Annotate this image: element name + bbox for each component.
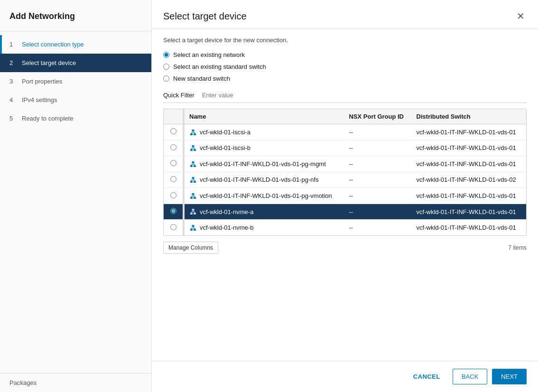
step-num-3: 3 xyxy=(9,78,17,85)
row-radio-6[interactable] xyxy=(170,224,176,230)
row-nsx: -- xyxy=(344,204,411,220)
row-radio-cell[interactable] xyxy=(164,140,183,156)
step-label-5: Ready to complete xyxy=(22,115,73,122)
row-name: vcf-wkld-01-iscsi-b xyxy=(185,140,344,156)
row-nsx: -- xyxy=(344,156,411,172)
col-select xyxy=(164,109,183,124)
step-label-3: Port properties xyxy=(22,78,62,85)
row-name: vcf-wkld-01-iscsi-a xyxy=(185,124,344,140)
table-row[interactable]: vcf-wkld-01-IT-INF-WKLD-01-vds-01-pg-nfs… xyxy=(164,172,526,188)
svg-rect-22 xyxy=(194,181,196,183)
sidebar: Add Networking 1 Select connection type … xyxy=(0,0,152,392)
row-nsx: -- xyxy=(344,172,411,188)
row-radio-cell[interactable] xyxy=(164,188,183,204)
next-button[interactable]: NEXT xyxy=(492,369,527,384)
close-button[interactable]: ✕ xyxy=(515,9,527,23)
row-radio-4[interactable] xyxy=(170,192,176,198)
svg-rect-43 xyxy=(194,229,196,231)
col-name: Name xyxy=(185,109,344,124)
table-row[interactable]: vcf-wkld-01-IT-INF-WKLD-01-vds-01-pg-mgm… xyxy=(164,156,526,172)
sidebar-bottom: Packages xyxy=(0,373,151,392)
radio-group: Select an existing network Select an exi… xyxy=(163,51,527,82)
svg-rect-44 xyxy=(192,225,195,227)
col-nsx: NSX Port Group ID xyxy=(344,109,411,124)
row-radio-1[interactable] xyxy=(170,144,176,150)
radio-option-existing-network[interactable]: Select an existing network xyxy=(163,51,527,58)
table-row[interactable]: vcf-wkld-01-nvme-a -- vcf-wkld-01-IT-INF… xyxy=(164,204,526,220)
manage-columns-button[interactable]: Manage Columns xyxy=(163,242,218,254)
radio-label-standard-switch: Select an existing standard switch xyxy=(173,63,266,70)
svg-rect-37 xyxy=(192,209,195,211)
row-ds: vcf-wkld-01-IT-INF-WKLD-01-vds-01 xyxy=(412,188,526,204)
table-row[interactable]: vcf-wkld-01-nvme-b -- vcf-wkld-01-IT-INF… xyxy=(164,220,526,235)
main-header: Select target device ✕ xyxy=(152,0,538,29)
table-row[interactable]: vcf-wkld-01-iscsi-b -- vcf-wkld-01-IT-IN… xyxy=(164,140,526,156)
svg-rect-36 xyxy=(194,213,196,215)
sidebar-title: Add Networking xyxy=(0,0,151,31)
cancel-button[interactable]: CANCEL xyxy=(406,369,448,384)
row-radio-2[interactable] xyxy=(170,160,176,166)
filter-label: Quick Filter xyxy=(163,92,195,99)
svg-rect-30 xyxy=(192,193,195,195)
svg-rect-23 xyxy=(192,177,195,179)
row-name: vcf-wkld-01-nvme-a xyxy=(185,204,344,220)
subtitle: Select a target device for the new conne… xyxy=(163,37,527,44)
search-input[interactable] xyxy=(202,92,527,99)
row-nsx: -- xyxy=(344,188,411,204)
sidebar-steps: 1 Select connection type 2 Select target… xyxy=(0,31,151,373)
svg-rect-9 xyxy=(192,145,195,147)
radio-new-switch[interactable] xyxy=(163,75,169,82)
row-ds: vcf-wkld-01-IT-INF-WKLD-01-vds-01 xyxy=(412,140,526,156)
col-ds: Distributed Switch xyxy=(412,109,526,124)
row-radio-cell[interactable] xyxy=(164,220,183,235)
row-nsx: -- xyxy=(344,140,411,156)
sidebar-item-ready: 5 Ready to complete xyxy=(0,109,151,128)
packages-label: Packages xyxy=(9,379,37,386)
radio-option-standard-switch[interactable]: Select an existing standard switch xyxy=(163,63,527,70)
back-button[interactable]: BACK xyxy=(453,369,487,384)
sidebar-item-port-properties: 3 Port properties xyxy=(0,72,151,91)
svg-rect-42 xyxy=(190,229,193,231)
svg-rect-16 xyxy=(192,161,195,163)
svg-rect-1 xyxy=(194,133,196,135)
network-icon xyxy=(189,160,197,168)
row-ds: vcf-wkld-01-IT-INF-WKLD-01-vds-02 xyxy=(412,172,526,188)
svg-rect-8 xyxy=(194,149,196,151)
sidebar-item-target-device[interactable]: 2 Select target device xyxy=(0,54,151,72)
row-ds: vcf-wkld-01-IT-INF-WKLD-01-vds-01 xyxy=(412,124,526,140)
sidebar-item-connection-type[interactable]: 1 Select connection type xyxy=(0,35,151,54)
network-icon xyxy=(189,176,197,184)
filter-row: Quick Filter xyxy=(163,92,527,103)
row-nsx: -- xyxy=(344,124,411,140)
row-radio-cell[interactable] xyxy=(164,124,183,140)
main-panel: Select target device ✕ Select a target d… xyxy=(152,0,538,392)
row-name: vcf-wkld-01-IT-INF-WKLD-01-vds-01-pg-nfs xyxy=(185,172,344,188)
step-label-4: IPv4 settings xyxy=(22,96,57,103)
step-num-1: 1 xyxy=(9,41,17,48)
table-row[interactable]: vcf-wkld-01-IT-INF-WKLD-01-vds-01-pg-vmo… xyxy=(164,188,526,204)
radio-option-new-switch[interactable]: New standard switch xyxy=(163,75,527,82)
row-radio-cell[interactable] xyxy=(164,172,183,188)
radio-existing-network[interactable] xyxy=(163,52,169,58)
network-icon xyxy=(189,144,197,152)
device-table: Name NSX Port Group ID Distributed Switc… xyxy=(163,109,527,236)
table-row[interactable]: vcf-wkld-01-iscsi-a -- vcf-wkld-01-IT-IN… xyxy=(164,124,526,140)
row-radio-cell[interactable] xyxy=(164,156,183,172)
step-num-4: 4 xyxy=(9,96,17,103)
item-count: 7 items xyxy=(508,244,527,251)
row-radio-5[interactable] xyxy=(170,208,176,214)
row-radio-cell[interactable] xyxy=(164,204,183,220)
svg-rect-7 xyxy=(190,149,193,151)
row-radio-0[interactable] xyxy=(170,128,176,134)
step-num-2: 2 xyxy=(9,59,17,66)
radio-label-existing-network: Select an existing network xyxy=(173,51,245,58)
network-icon xyxy=(189,128,197,136)
table-footer: Manage Columns 7 items xyxy=(163,242,527,254)
page-title: Select target device xyxy=(163,11,247,22)
radio-standard-switch[interactable] xyxy=(163,64,169,70)
row-nsx: -- xyxy=(344,220,411,235)
network-icon xyxy=(189,224,197,232)
row-ds: vcf-wkld-01-IT-INF-WKLD-01-vds-01 xyxy=(412,156,526,172)
row-radio-3[interactable] xyxy=(170,176,176,182)
svg-rect-35 xyxy=(190,213,193,215)
